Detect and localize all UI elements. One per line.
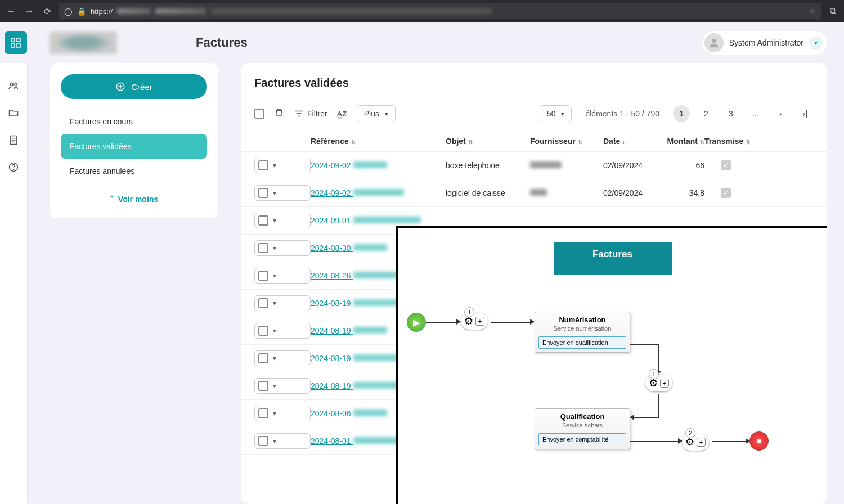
row-select[interactable]: ▾ [254,268,311,284]
workflow-diagram: Factures ▶ 1 ⚙ + Numéris [396,226,827,504]
next-page-icon[interactable]: › [772,105,789,122]
table-row[interactable]: ▾2024-09-02 logiciel de caisse02/09/2024… [241,179,827,207]
page-more: ... [747,105,764,122]
row-checkbox[interactable] [258,271,268,281]
url-prefix: https:// [91,7,113,16]
row-select[interactable]: ▾ [254,240,311,256]
row-select[interactable]: ▾ [254,406,311,421]
workflow-title: Factures [554,242,672,274]
reference-link[interactable]: 2024-08-30 [311,244,387,253]
reference-link[interactable]: 2024-08-26 [311,271,404,280]
plus-icon[interactable]: + [660,379,669,388]
page-3-button[interactable]: 3 [722,105,739,122]
cell-transmise: ✓ [704,160,747,170]
row-checkbox[interactable] [258,408,268,418]
icon-rail [0,63,27,504]
plus-button[interactable]: Plus ▾ [357,105,396,122]
row-checkbox[interactable] [258,326,268,336]
row-select[interactable]: ▾ [254,433,311,449]
app-header: Factures System Administrator ▾ [0,22,844,63]
browser-chrome: ← → ⟳ ◯ 🔒 https:// ☆ ⧉ [0,0,844,22]
forward-icon[interactable]: → [23,6,36,16]
qualification-card[interactable]: Qualification Service achats Envoyer en … [535,408,630,449]
plus-icon[interactable]: + [475,317,484,326]
url-blur [117,8,151,14]
col-date[interactable]: Date↓ [603,137,654,146]
sidebar-item-validees[interactable]: Factures validées [61,134,207,159]
reload-icon[interactable]: ⟳ [41,6,54,17]
folder-icon[interactable] [7,107,20,119]
auto-task-node-1[interactable]: 1 ⚙ + [461,313,488,330]
col-objet[interactable]: Objet⇅ [446,137,530,146]
last-page-icon[interactable]: ›| [797,105,814,122]
auto-task-node-2[interactable]: 1 ⚙ + [645,375,672,392]
cell-fournisseur [530,161,603,170]
select-all-checkbox[interactable] [254,109,264,119]
reference-link[interactable]: 2024-09-02 [311,188,404,197]
row-select[interactable]: ▾ [254,185,311,201]
svg-point-5 [10,83,13,86]
url-blur [155,8,206,14]
sort-az-icon[interactable]: A̲Z [335,110,349,118]
row-checkbox[interactable] [258,298,268,308]
main-area: Créer Factures en cours Factures validée… [0,63,844,504]
content-card: Factures validées Filtrer A̲Z Plus ▾ 50 … [241,63,827,504]
row-select[interactable]: ▾ [254,350,311,366]
page-1-button[interactable]: 1 [673,105,690,122]
col-montant[interactable]: Montant⇅ [654,137,704,146]
see-less-button[interactable]: ˄ Voir moins [61,183,207,207]
row-checkbox[interactable] [258,243,268,253]
row-checkbox[interactable] [258,353,268,363]
col-reference[interactable]: Référence⇅ [311,137,446,146]
page-2-button[interactable]: 2 [698,105,715,122]
filter-button[interactable]: Filtrer [294,109,327,119]
sidebar-item-annulees[interactable]: Factures annulées [61,159,207,183]
row-select[interactable]: ▾ [254,378,311,394]
row-checkbox[interactable] [258,215,268,226]
reference-link[interactable]: 2024-08-19 [311,354,404,363]
document-icon[interactable] [7,134,20,146]
url-bar[interactable]: ◯ 🔒 https:// ☆ [59,3,821,19]
chevron-down-icon: ▾ [273,354,276,362]
chevron-down-icon: ▾ [273,327,276,335]
row-checkbox[interactable] [258,160,268,170]
create-label: Créer [131,82,152,92]
extension-icon[interactable]: ⧉ [826,6,839,16]
end-node-icon[interactable]: ■ [749,431,769,451]
plus-icon[interactable]: + [697,438,706,447]
shield-icon: ◯ [64,7,73,16]
reference-link[interactable]: 2024-08-06 [311,409,387,418]
chevron-down-icon: ▾ [273,189,276,197]
row-select[interactable]: ▾ [254,295,311,311]
card2-action[interactable]: Envoyer en comptabilité [538,433,626,446]
reference-link[interactable]: 2024-09-01 [311,216,421,225]
reference-link[interactable]: 2024-08-19 [311,326,387,335]
table-header: Référence⇅ Objet⇅ Fournisseur⇅ Date↓ Mon… [241,127,827,152]
row-checkbox[interactable] [258,188,268,198]
back-icon[interactable]: ← [5,6,18,16]
users-icon[interactable] [7,80,20,92]
help-icon[interactable] [7,161,20,173]
table-row[interactable]: ▾2024-09-02 boxe telephone02/09/202466✓ [241,152,827,179]
row-select[interactable]: ▾ [254,213,311,228]
delete-icon[interactable] [272,107,286,120]
row-select[interactable]: ▾ [254,323,311,339]
create-button[interactable]: Créer [61,74,207,99]
user-menu[interactable]: System Administrator ▾ [702,31,827,55]
star-icon[interactable]: ☆ [809,7,816,16]
reference-link[interactable]: 2024-09-02 [311,161,387,170]
start-node-icon[interactable]: ▶ [407,313,426,332]
row-select[interactable]: ▾ [254,158,311,173]
sidebar-item-en-cours[interactable]: Factures en cours [61,109,207,134]
card1-action[interactable]: Envoyer en qualification [538,336,626,349]
numerisation-card[interactable]: Numérisation Service numérisation Envoye… [535,312,630,353]
avatar-icon [704,33,724,52]
page-size-select[interactable]: 50 ▾ [540,105,572,122]
row-checkbox[interactable] [258,436,268,446]
apps-menu-button[interactable] [5,32,27,54]
col-transmise[interactable]: Transmise⇅ [704,137,747,146]
col-fournisseur[interactable]: Fournisseur⇅ [530,137,603,146]
auto-task-node-3[interactable]: 2 ⚙ + [682,434,709,451]
reference-link[interactable]: 2024-08-01 [311,436,404,446]
row-checkbox[interactable] [258,381,268,391]
